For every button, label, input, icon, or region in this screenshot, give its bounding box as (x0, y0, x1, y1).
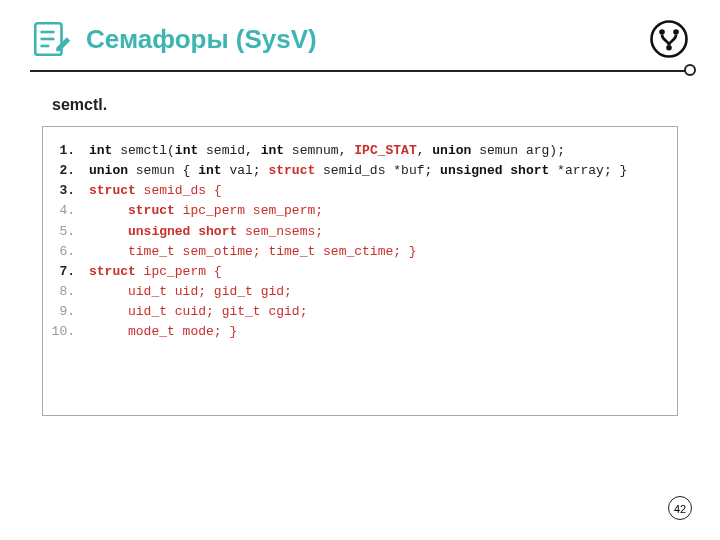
page-title: Семафоры (SysV) (86, 24, 317, 55)
divider (30, 70, 690, 72)
svg-point-6 (673, 29, 679, 35)
code-line: 1. int semctl(int semid, int semnum, IPC… (49, 141, 667, 161)
git-branch-icon (648, 18, 690, 60)
svg-point-5 (659, 29, 665, 35)
line-number: 2. (49, 161, 89, 181)
line-number: 7. (49, 262, 89, 282)
code-text: uid_t uid; gid_t gid; (89, 282, 292, 302)
code-line: 2. union semun { int val; struct semid_d… (49, 161, 667, 181)
code-text: int semctl(int semid, int semnum, IPC_ST… (89, 141, 565, 161)
code-line: 8. uid_t uid; gid_t gid; (49, 282, 667, 302)
code-line: 10. mode_t mode; } (49, 322, 667, 342)
notepad-pencil-icon (30, 18, 72, 60)
code-text: time_t sem_otime; time_t sem_ctime; } (89, 242, 417, 262)
code-line: 4. struct ipc_perm sem_perm; (49, 201, 667, 221)
line-number: 10. (49, 322, 89, 342)
line-number: 1. (49, 141, 89, 161)
section-subhead: semctl. (52, 96, 720, 114)
code-text: unsigned short sem_nsems; (89, 222, 323, 242)
line-number: 6. (49, 242, 89, 262)
code-text: struct ipc_perm sem_perm; (89, 201, 323, 221)
code-line: 5. unsigned short sem_nsems; (49, 222, 667, 242)
code-line: 9. uid_t cuid; git_t cgid; (49, 302, 667, 322)
line-number: 4. (49, 201, 89, 221)
code-line: 6. time_t sem_otime; time_t sem_ctime; } (49, 242, 667, 262)
code-text: struct semid_ds { (89, 181, 222, 201)
svg-point-7 (666, 45, 672, 51)
line-number: 9. (49, 302, 89, 322)
code-line: 7. struct ipc_perm { (49, 262, 667, 282)
code-text: struct ipc_perm { (89, 262, 222, 282)
svg-point-4 (652, 22, 687, 57)
line-number: 5. (49, 222, 89, 242)
line-number: 3. (49, 181, 89, 201)
line-number: 8. (49, 282, 89, 302)
code-line: 3. struct semid_ds { (49, 181, 667, 201)
code-text: union semun { int val; struct semid_ds *… (89, 161, 627, 181)
page-number-badge: 42 (668, 496, 692, 520)
code-block: 1. int semctl(int semid, int semnum, IPC… (42, 126, 678, 416)
code-text: mode_t mode; } (89, 322, 237, 342)
code-text: uid_t cuid; git_t cgid; (89, 302, 307, 322)
